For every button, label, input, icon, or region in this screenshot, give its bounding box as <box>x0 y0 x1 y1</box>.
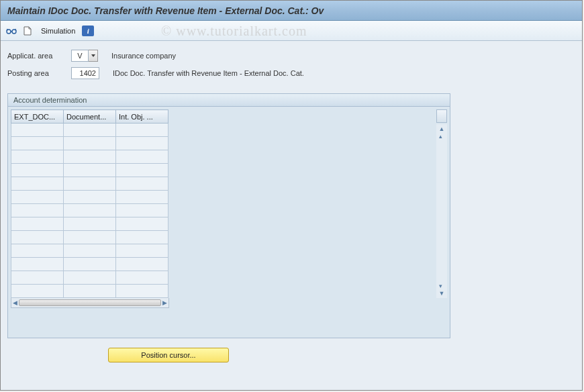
table-cell[interactable] <box>64 231 116 244</box>
table-cell[interactable] <box>116 231 168 244</box>
field-row-applic-area: Applicat. area V Insurance company <box>7 48 575 64</box>
table-cell[interactable] <box>116 124 168 137</box>
horizontal-scrollbar[interactable]: ◀ ▶ <box>11 297 169 308</box>
content-area: Applicat. area V Insurance company Posti… <box>1 41 582 369</box>
posting-area-input[interactable]: 1402 <box>71 67 99 79</box>
table-row[interactable] <box>11 137 168 150</box>
table-cell[interactable] <box>11 164 64 177</box>
applic-area-desc: Insurance company <box>111 52 176 60</box>
table-cell[interactable] <box>11 231 64 244</box>
table-cell[interactable] <box>64 124 116 137</box>
table-cell[interactable] <box>64 137 116 150</box>
hscroll-thumb[interactable] <box>19 299 161 306</box>
table-cell[interactable] <box>11 124 64 137</box>
column-header[interactable]: Int. Obj. ... <box>116 110 168 124</box>
table-row[interactable] <box>11 285 168 298</box>
table-cell[interactable] <box>116 285 168 298</box>
table-cell[interactable] <box>116 204 168 217</box>
table-row[interactable] <box>11 258 168 271</box>
grid-corner <box>436 109 447 123</box>
position-cursor-button[interactable]: Position cursor... <box>108 348 229 362</box>
panel-title: Account determination <box>8 94 450 107</box>
table-cell[interactable] <box>11 150 64 164</box>
title-bar: Maintain IDoc Doc. Transfer with Revenue… <box>1 1 582 21</box>
table-row[interactable] <box>11 177 168 191</box>
posting-area-label: Posting area <box>7 69 71 77</box>
table-cell[interactable] <box>11 177 64 191</box>
panel-body: EXT_DOC...Document...Int. Obj. ... ▲ ▴ ▾ <box>8 107 450 338</box>
table-cell[interactable] <box>116 164 168 177</box>
table-row[interactable] <box>11 150 168 164</box>
window-title: Maintain IDoc Doc. Transfer with Revenue… <box>7 5 324 16</box>
vertical-scrollbar[interactable]: ▲ ▴ ▾ ▼ <box>436 124 447 298</box>
applic-area-dropdown[interactable] <box>89 50 98 62</box>
scroll-left-icon[interactable]: ◀ <box>13 299 17 306</box>
data-grid[interactable]: EXT_DOC...Document...Int. Obj. ... <box>11 109 168 298</box>
scroll-down-step-icon[interactable]: ▾ <box>439 283 445 289</box>
info-icon[interactable]: i <box>82 26 94 36</box>
field-row-posting-area: Posting area 1402 IDoc Doc. Transfer wit… <box>7 65 575 81</box>
column-header[interactable]: Document... <box>64 110 116 124</box>
table-cell[interactable] <box>116 217 168 231</box>
table-cell[interactable] <box>11 271 64 285</box>
scroll-up-step-icon[interactable]: ▴ <box>439 133 445 140</box>
table-row[interactable] <box>11 244 168 258</box>
account-determination-panel: Account determination EXT_DOC...Document… <box>7 93 450 338</box>
table-cell[interactable] <box>116 271 168 285</box>
table-cell[interactable] <box>11 191 64 204</box>
table-cell[interactable] <box>116 258 168 271</box>
glasses-icon[interactable] <box>5 24 18 38</box>
table-cell[interactable] <box>64 164 116 177</box>
table-cell[interactable] <box>64 204 116 217</box>
table-row[interactable] <box>11 124 168 137</box>
table-row[interactable] <box>11 271 168 285</box>
table-cell[interactable] <box>116 150 168 164</box>
table-cell[interactable] <box>11 244 64 258</box>
simulation-button[interactable]: Simulation <box>37 27 79 35</box>
new-page-icon[interactable] <box>21 24 34 38</box>
table-cell[interactable] <box>64 271 116 285</box>
table-cell[interactable] <box>64 258 116 271</box>
table-cell[interactable] <box>64 150 116 164</box>
grid-filler: ▲ ▴ ▾ ▼ <box>168 109 447 298</box>
table-cell[interactable] <box>64 217 116 231</box>
table-cell[interactable] <box>64 177 116 191</box>
scroll-up-icon[interactable]: ▲ <box>439 126 445 132</box>
table-cell[interactable] <box>11 258 64 271</box>
column-header[interactable]: EXT_DOC... <box>11 110 64 124</box>
table-row[interactable] <box>11 231 168 244</box>
app-window: Maintain IDoc Doc. Transfer with Revenue… <box>0 0 583 391</box>
table-cell[interactable] <box>11 285 64 298</box>
table-cell[interactable] <box>11 204 64 217</box>
table-cell[interactable] <box>116 244 168 258</box>
table-cell[interactable] <box>11 217 64 231</box>
toolbar: Simulation i <box>1 21 582 41</box>
table-cell[interactable] <box>11 137 64 150</box>
table-cell[interactable] <box>116 191 168 204</box>
scroll-right-icon[interactable]: ▶ <box>162 299 167 306</box>
table-cell[interactable] <box>116 177 168 191</box>
table-cell[interactable] <box>64 285 116 298</box>
table-row[interactable] <box>11 164 168 177</box>
scroll-down-icon[interactable]: ▼ <box>439 290 445 297</box>
table-row[interactable] <box>11 217 168 231</box>
table-cell[interactable] <box>64 191 116 204</box>
table-row[interactable] <box>11 204 168 217</box>
table-row[interactable] <box>11 191 168 204</box>
table-cell[interactable] <box>116 137 168 150</box>
table-cell[interactable] <box>64 244 116 258</box>
applic-area-label: Applicat. area <box>7 52 71 60</box>
posting-area-desc: IDoc Doc. Transfer with Revenue Item - E… <box>113 69 304 77</box>
applic-area-input[interactable]: V <box>71 50 89 62</box>
